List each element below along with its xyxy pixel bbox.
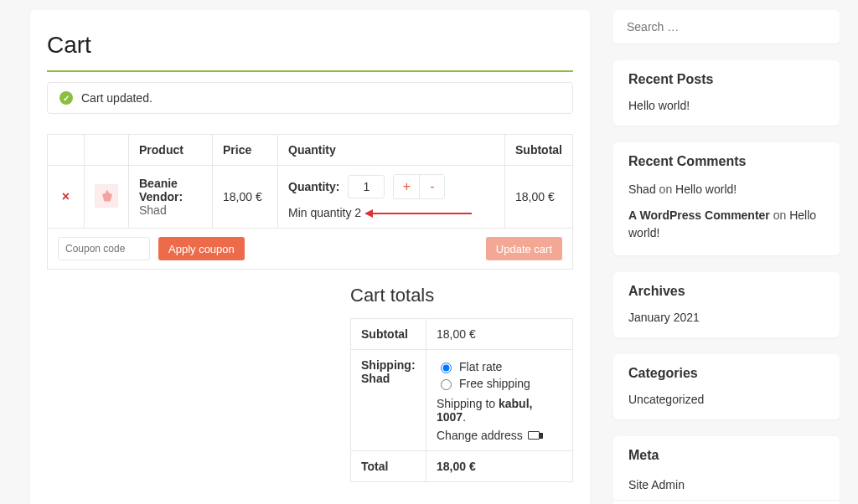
shipping-destination: Shipping to kabul, 1007. <box>437 397 562 424</box>
truck-icon <box>528 431 540 440</box>
alert-text: Cart updated. <box>81 91 152 105</box>
meta-link-site-admin[interactable]: Site Admin <box>628 478 685 491</box>
vendor-name: Shad <box>139 203 167 217</box>
annotation-arrow-icon <box>371 213 472 214</box>
change-address-link[interactable]: Change address <box>437 429 562 442</box>
subtotal-value: 18,00 € <box>426 319 573 350</box>
recent-post-link[interactable]: Hello world! <box>628 99 690 112</box>
col-price-header: Price <box>213 135 278 166</box>
shipping-label: Shipping: Shad <box>351 350 426 451</box>
widget-title: Meta <box>613 436 840 466</box>
coupon-input[interactable] <box>58 237 150 260</box>
table-row: × Beanie Vendor: Shad 18,00 € <box>48 166 573 229</box>
qty-label: Quantity: <box>288 180 339 193</box>
cart-table: Product Price Quantity Subtotal × Beanie <box>47 134 573 270</box>
vendor-label: Vendor: <box>139 190 183 203</box>
shipping-option-free-shipping[interactable]: Free shipping <box>437 375 562 392</box>
widget-title: Recent Comments <box>628 154 824 169</box>
total-label: Total <box>351 451 426 482</box>
apply-coupon-button[interactable]: Apply coupon <box>158 237 245 260</box>
col-remove-header <box>48 135 85 166</box>
recent-comments-widget: Recent Comments Shad on Hello world! A W… <box>613 142 840 255</box>
cart-updated-alert: ✓ Cart updated. <box>47 82 573 114</box>
widget-title: Archives <box>628 284 824 299</box>
check-icon: ✓ <box>59 91 73 105</box>
widget-title: Categories <box>628 366 824 381</box>
free-shipping-radio[interactable] <box>441 379 452 390</box>
product-thumbnail[interactable] <box>95 184 118 208</box>
shipping-option-flat-rate[interactable]: Flat rate <box>437 358 562 375</box>
recent-posts-widget: Recent Posts Hello world! <box>613 60 840 126</box>
cart-actions-row: Apply coupon Update cart <box>48 229 573 270</box>
category-link[interactable]: Uncategorized <box>628 393 704 406</box>
subtotal-label: Subtotal <box>351 319 426 350</box>
cart-totals-section: Cart totals Subtotal 18,00 € Shipping: S… <box>350 285 573 482</box>
list-item: A WordPress Commenter on Hello world! <box>628 207 824 242</box>
comment-author-link[interactable]: A WordPress Commenter <box>628 208 770 222</box>
search-input[interactable] <box>613 10 840 44</box>
archives-widget: Archives January 2021 <box>613 272 840 337</box>
cart-totals-title: Cart totals <box>350 285 573 306</box>
remove-item-button[interactable]: × <box>62 189 70 203</box>
item-price: 18,00 € <box>213 166 278 229</box>
meta-widget: Meta Site Admin Log out Entries feed <box>613 436 840 504</box>
col-subtotal-header: Subtotal <box>505 135 573 166</box>
item-subtotal: 18,00 € <box>505 166 573 229</box>
col-thumb-header <box>85 135 129 166</box>
comment-author-link[interactable]: Shad <box>628 183 656 196</box>
sidebar: Recent Posts Hello world! Recent Comment… <box>613 10 840 504</box>
qty-decrease-button[interactable]: - <box>419 175 444 198</box>
cart-main: Cart ✓ Cart updated. Product Price Quant… <box>30 10 590 504</box>
page-title: Cart <box>47 32 573 59</box>
update-cart-button[interactable]: Update cart <box>486 237 562 260</box>
categories-widget: Categories Uncategorized <box>613 354 840 419</box>
archive-link[interactable]: January 2021 <box>628 311 700 324</box>
col-qty-header: Quantity <box>278 135 505 166</box>
qty-increase-button[interactable]: + <box>394 175 419 198</box>
min-quantity-msg: Min quantity 2 <box>288 206 361 219</box>
title-underline <box>47 70 573 72</box>
search-widget <box>613 10 840 44</box>
quantity-input[interactable] <box>348 175 385 198</box>
widget-title: Recent Posts <box>628 72 824 87</box>
comment-post-link[interactable]: Hello world! <box>675 183 737 196</box>
col-product-header: Product <box>129 135 213 166</box>
total-value: 18,00 € <box>437 460 476 473</box>
flat-rate-radio[interactable] <box>441 363 452 373</box>
list-item: Shad on Hello world! <box>628 181 824 198</box>
product-name[interactable]: Beanie <box>139 177 202 190</box>
